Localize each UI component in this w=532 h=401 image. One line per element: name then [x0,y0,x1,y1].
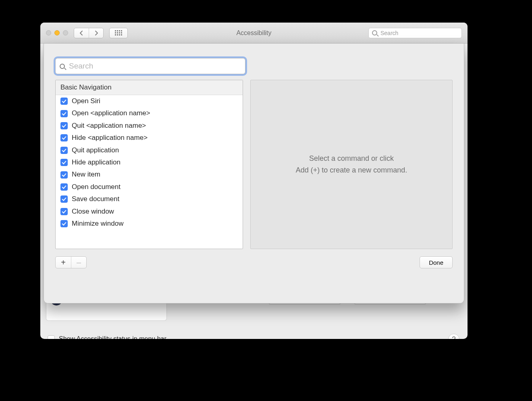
command-row[interactable]: Save document [56,193,243,205]
checkbox-checked-icon[interactable] [60,208,68,215]
add-command-button[interactable]: + [56,257,71,268]
command-label: Save document [72,195,119,203]
command-row[interactable]: Quit application [56,144,243,156]
add-remove-segment: + – [55,256,87,268]
commands-list[interactable]: Basic Navigation Open SiriOpen <applicat… [55,80,243,249]
minimize-window-icon[interactable] [54,30,60,35]
show-status-label: Show Accessibility status in menu bar [59,335,166,339]
detail-pane: Select a command or click Add (+) to cre… [250,80,453,249]
done-button[interactable]: Done [420,256,453,268]
forward-button[interactable] [89,28,103,38]
command-label: New item [72,170,100,179]
command-row[interactable]: Open document [56,181,243,193]
command-row[interactable]: New item [56,168,243,181]
command-label: Quit <application name> [72,122,146,130]
titlebar: Accessibility [40,23,468,44]
command-label: Open Siri [72,97,100,105]
toolbar-search-input[interactable] [380,29,458,37]
command-row[interactable]: Open Siri [56,95,243,107]
checkbox-checked-icon[interactable] [60,195,68,203]
help-button[interactable]: ? [448,334,459,339]
back-button[interactable] [74,28,89,38]
command-label: Open <application name> [72,109,150,117]
list-section-header: Basic Navigation [56,80,243,95]
command-label: Close window [72,208,114,216]
checkbox-checked-icon[interactable] [60,171,68,179]
command-row[interactable]: Minimize window [56,218,243,230]
command-row[interactable]: Quit <application name> [56,120,243,132]
checkbox-checked-icon[interactable] [60,134,68,141]
checkbox-checked-icon[interactable] [60,159,68,166]
commands-sheet: Basic Navigation Open SiriOpen <applicat… [44,44,464,303]
grid-icon [115,30,122,35]
show-status-checkbox[interactable] [48,335,55,339]
help-icon: ? [452,335,455,339]
window-controls [46,30,68,35]
command-row[interactable]: Close window [56,206,243,218]
show-status-row: Show Accessibility status in menu bar [48,335,166,339]
remove-command-button[interactable]: – [71,257,86,268]
command-label: Minimize window [72,220,123,228]
search-icon [372,30,377,35]
search-icon [60,64,65,69]
sheet-search-input[interactable] [68,61,241,71]
toolbar-search-field[interactable] [368,28,462,38]
checkbox-checked-icon[interactable] [60,122,68,129]
checkbox-checked-icon[interactable] [60,220,68,227]
checkbox-checked-icon[interactable] [60,98,68,105]
command-label: Open document [72,183,121,191]
command-label: Hide <application name> [72,134,148,142]
zoom-window-icon[interactable] [63,30,68,35]
show-all-button[interactable] [109,28,128,38]
command-row[interactable]: Open <application name> [56,107,243,119]
command-row[interactable]: Hide <application name> [56,132,243,144]
sheet-search-field[interactable] [55,58,245,74]
close-window-icon[interactable] [46,30,51,35]
command-row[interactable]: Hide application [56,156,243,168]
command-label: Quit application [72,146,119,154]
detail-text-line1: Select a command or click [296,153,407,164]
nav-back-forward [74,28,104,38]
detail-text-line2: Add (+) to create a new command. [296,164,407,176]
checkbox-checked-icon[interactable] [60,110,68,117]
preferences-window: Accessibility Siri Commands... Vocabular… [40,23,468,339]
command-label: Hide application [72,158,121,166]
checkbox-checked-icon[interactable] [60,147,68,154]
checkbox-checked-icon[interactable] [60,183,68,191]
